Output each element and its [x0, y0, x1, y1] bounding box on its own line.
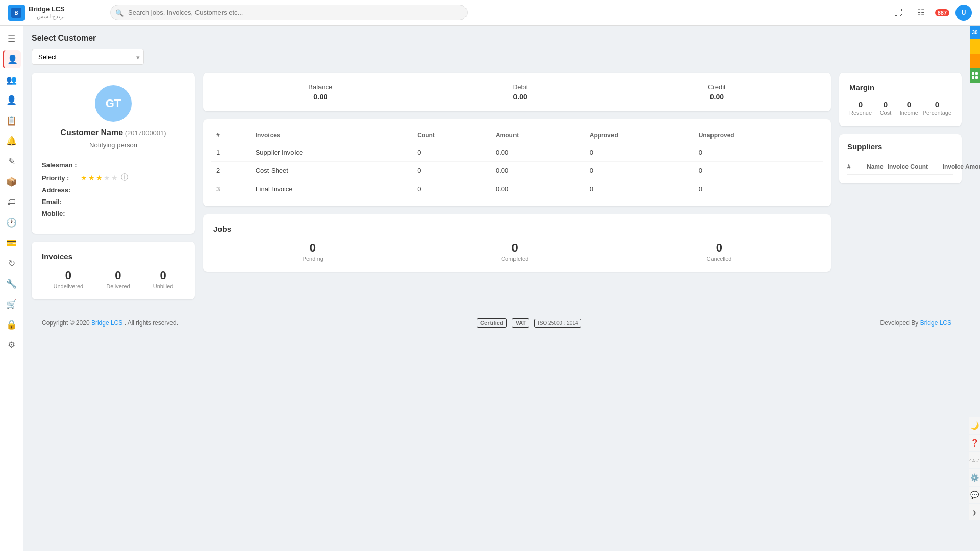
revenue-label: Revenue: [849, 110, 872, 116]
sidebar-item-bell[interactable]: 🔔: [3, 132, 21, 150]
search-input[interactable]: [110, 5, 468, 20]
developed-by-text: Developed By: [880, 319, 919, 327]
invoices-table-card: # Invoices Count Amount Approved Unappro…: [203, 119, 831, 206]
unbilled-label: Unbilled: [153, 283, 174, 289]
sidebar-item-people[interactable]: 👥: [3, 70, 21, 89]
debit-item: Debit 0.00: [512, 83, 528, 101]
invoices-stats: 0 Undelivered 0 Delivered 0 Unbilled: [42, 269, 185, 289]
navbar-right: ⛶ ☷ 887 U: [890, 5, 972, 21]
completed-count: 0: [501, 241, 528, 255]
income-value: 0: [899, 100, 919, 109]
sidebar-item-shield[interactable]: 🔒: [3, 315, 21, 334]
sidebar-item-box[interactable]: 📦: [3, 172, 21, 191]
cost-label: Cost: [876, 110, 895, 116]
customer-select[interactable]: Select: [32, 49, 144, 65]
sidebar-item-clipboard[interactable]: 📋: [3, 111, 21, 130]
margin-percentage: 0 Percentage: [923, 100, 951, 116]
star-3: ★: [96, 173, 103, 182]
tab-green[interactable]: [970, 68, 980, 83]
row-count: 0: [412, 162, 491, 180]
row-num: 3: [211, 180, 251, 198]
app-name: Bridge LCS: [29, 5, 65, 13]
table-row: 1 Supplier Invoice 0 0.00 0 0: [211, 143, 823, 162]
developer-link[interactable]: Bridge LCS: [920, 319, 951, 327]
address-label: Address:: [42, 186, 78, 194]
completed-label: Completed: [501, 256, 528, 262]
debit-value: 0.00: [512, 93, 528, 101]
margin-income: 0 Income: [899, 100, 919, 116]
sidebar-item-tools[interactable]: 🔧: [3, 274, 21, 293]
row-num: 2: [211, 162, 251, 180]
navbar: B Bridge LCS بريدج لسس 🔍 ⛶ ☷ 887 U: [0, 0, 980, 26]
percentage-value: 0: [923, 100, 951, 109]
balance-item: Balance 0.00: [308, 83, 332, 101]
grid-icon[interactable]: ☷: [913, 5, 929, 21]
help-icon[interactable]: ❓: [969, 435, 980, 451]
col-count: Count: [412, 128, 491, 143]
chat-icon[interactable]: 💬: [969, 487, 980, 503]
invoices-title: Invoices: [42, 252, 185, 261]
col-unapproved: Unapproved: [694, 128, 823, 143]
tab-orange[interactable]: [970, 54, 980, 68]
balance-card: Balance 0.00 Debit 0.00 Credit 0.00: [203, 73, 831, 111]
col-amount: Amount: [491, 128, 584, 143]
notification-count: 887: [935, 9, 949, 16]
user-avatar[interactable]: U: [955, 5, 972, 21]
margin-card: Margin 0 Revenue 0 Cost 0 Income: [839, 73, 962, 126]
sidebar: ☰ 👤 👥 👤 📋 🔔 ✎ 📦 🏷 🕐 💳 ↻ 🔧 🛒 🔒 ⚙: [0, 26, 23, 551]
priority-label: Priority :: [42, 174, 78, 182]
footer-company-link[interactable]: Bridge LCS: [91, 319, 122, 327]
sidebar-item-tag[interactable]: 🏷: [3, 193, 21, 211]
sidebar-item-clock[interactable]: 🕐: [3, 213, 21, 232]
main-content: Select Customer Select ▾ GT Customer Nam…: [23, 26, 970, 551]
middle-column: Balance 0.00 Debit 0.00 Credit 0.00: [203, 73, 831, 272]
svg-rect-3: [975, 72, 978, 75]
jobs-card: Jobs 0 Pending 0 Completed 0 Cancelled: [203, 214, 831, 272]
right-side-tabs: 30: [970, 26, 980, 83]
sidebar-item-menu[interactable]: ☰: [3, 30, 21, 48]
sidebar-item-card[interactable]: 💳: [3, 234, 21, 252]
customer-id: (2017000001): [125, 129, 166, 137]
row-amount: 0.00: [491, 143, 584, 162]
delivered-count: 0: [106, 269, 130, 282]
balance-label: Balance: [308, 83, 332, 91]
margin-title: Margin: [849, 83, 951, 92]
star-1: ★: [81, 173, 87, 182]
sup-col-num: #: [847, 163, 863, 170]
sidebar-item-user[interactable]: 👤: [3, 91, 21, 109]
notifications-button[interactable]: 887: [935, 9, 949, 16]
collapse-icon[interactable]: ❯: [969, 504, 980, 520]
tab-yellow[interactable]: [970, 39, 980, 54]
credit-item: Credit 0.00: [708, 83, 726, 101]
email-row: Email:: [42, 198, 185, 206]
cost-value: 0: [876, 100, 895, 109]
sidebar-item-refresh[interactable]: ↻: [3, 254, 21, 272]
row-amount: 0.00: [491, 162, 584, 180]
moon-icon[interactable]: 🌙: [969, 417, 980, 434]
footer-center: Certified VAT ISO 25000 : 2014: [477, 318, 581, 328]
salesman-row: Salesman :: [42, 161, 185, 169]
row-amount: 0.00: [491, 180, 584, 198]
customer-notifying: Notifying person: [89, 141, 137, 149]
row-invoice-name: Cost Sheet: [251, 162, 412, 180]
undelivered-count: 0: [54, 269, 84, 282]
sidebar-item-person[interactable]: 👤: [3, 50, 21, 68]
sidebar-item-edit[interactable]: ✎: [3, 152, 21, 170]
tab-blue[interactable]: 30: [970, 26, 980, 39]
pending-label: Pending: [303, 256, 323, 262]
invoices-card: Invoices 0 Undelivered 0 Delivered 0 Unb…: [32, 242, 195, 299]
search-container: 🔍: [110, 5, 468, 20]
svg-rect-4: [972, 76, 974, 79]
mobile-label: Mobile:: [42, 210, 78, 217]
undelivered-label: Undelivered: [54, 283, 84, 289]
priority-help-icon[interactable]: ⓘ: [121, 173, 128, 182]
app-subtitle: بريدج لسس: [29, 13, 65, 20]
balance-row: Balance 0.00 Debit 0.00 Credit 0.00: [218, 83, 816, 101]
sidebar-item-cart[interactable]: 🛒: [3, 295, 21, 313]
settings-icon[interactable]: ⚙️: [969, 469, 980, 486]
customer-name: Customer Name: [60, 128, 123, 137]
customer-profile-card: GT Customer Name (2017000001) Notifying …: [32, 73, 195, 234]
expand-icon[interactable]: ⛶: [890, 5, 906, 21]
sidebar-item-gear[interactable]: ⚙: [3, 336, 21, 354]
jobs-cancelled: 0 Cancelled: [706, 241, 731, 262]
